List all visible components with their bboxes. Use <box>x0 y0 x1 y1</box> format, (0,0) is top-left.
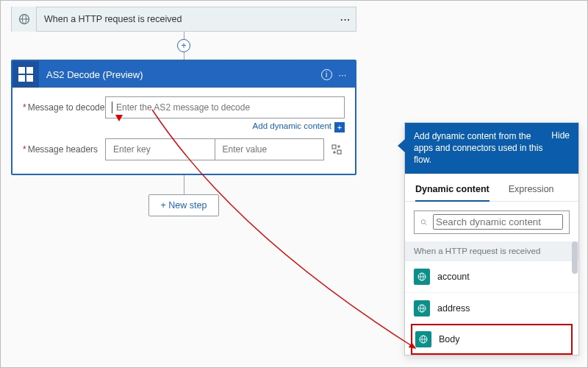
message-to-decode-input[interactable] <box>105 96 345 118</box>
action-card: AS2 Decode (Preview) i ··· *Message to d… <box>11 60 356 175</box>
header-key-input[interactable] <box>105 138 215 160</box>
action-title: AS2 Decode (Preview) <box>39 69 318 80</box>
item-label: account <box>437 272 470 282</box>
message-headers-label: *Message headers <box>23 144 105 155</box>
dynamic-item-account[interactable]: account <box>405 261 578 292</box>
red-pointer-icon <box>115 115 123 121</box>
dynamic-item-address[interactable]: address <box>405 292 578 324</box>
as2-icon <box>12 61 39 88</box>
svg-line-6 <box>425 223 426 224</box>
new-step-button[interactable]: + New step <box>148 194 220 216</box>
search-icon <box>420 217 427 227</box>
action-more-icon[interactable]: ··· <box>334 69 351 80</box>
svg-rect-3 <box>332 145 336 149</box>
switch-mode-icon[interactable] <box>329 144 345 155</box>
trigger-more-icon[interactable]: ··· <box>335 14 356 25</box>
item-label: Body <box>439 334 460 344</box>
http-icon <box>414 300 430 316</box>
http-icon <box>415 331 431 347</box>
info-icon[interactable]: i <box>318 68 334 80</box>
svg-point-5 <box>421 219 425 223</box>
tab-dynamic-content[interactable]: Dynamic content <box>415 180 490 202</box>
insert-step-button[interactable]: + <box>177 39 190 52</box>
search-dynamic-input[interactable] <box>414 210 570 234</box>
connector: + <box>11 32 356 60</box>
item-label: address <box>437 303 470 314</box>
hide-link[interactable]: Hide <box>551 130 570 166</box>
header-value-input[interactable] <box>215 138 325 160</box>
plus-icon: + <box>334 122 345 132</box>
message-to-decode-label: *Message to decode <box>23 102 105 113</box>
flyout-header-text: Add dynamic content from the apps and co… <box>414 130 545 166</box>
action-header[interactable]: AS2 Decode (Preview) i ··· <box>12 61 355 88</box>
dynamic-content-flyout: Add dynamic content from the apps and co… <box>404 122 579 355</box>
tab-expression[interactable]: Expression <box>509 180 554 201</box>
trigger-title: When a HTTP request is received <box>37 14 335 24</box>
dynamic-item-body[interactable]: Body <box>411 324 573 355</box>
flyout-caret-icon <box>398 139 405 152</box>
http-icon <box>414 269 430 285</box>
scrollbar[interactable] <box>572 241 578 355</box>
add-dynamic-content-link[interactable]: Add dynamic content+ <box>23 121 345 132</box>
svg-rect-4 <box>337 150 341 154</box>
trigger-card[interactable]: When a HTTP request is received ··· <box>11 7 356 32</box>
globe-icon <box>12 7 37 32</box>
dynamic-group-header: When a HTTP request is received <box>405 241 578 261</box>
